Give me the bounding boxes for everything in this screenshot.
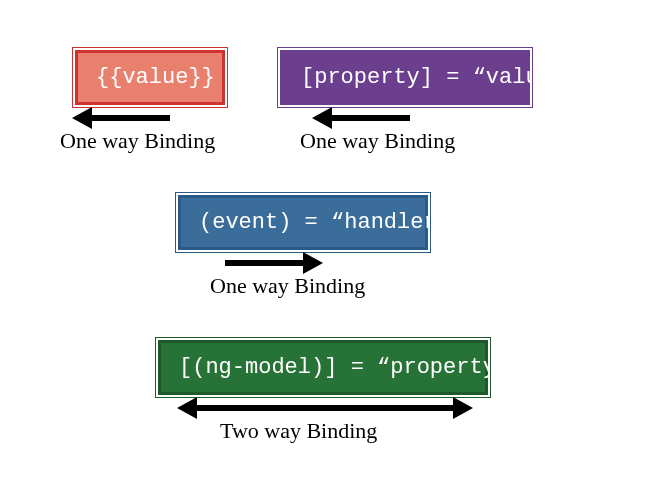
ngmodel-label: Two way Binding xyxy=(220,418,377,444)
property-binding-box: [property] = “value”; xyxy=(280,50,530,105)
arrow-right-icon xyxy=(225,260,305,266)
ngmodel-binding-box: [(ng-model)] = “property”; xyxy=(158,340,488,395)
arrow-left-icon xyxy=(90,115,170,121)
event-label: One way Binding xyxy=(210,273,365,299)
property-label: One way Binding xyxy=(300,128,455,154)
arrow-double-icon xyxy=(195,405,455,411)
interpolation-label: One way Binding xyxy=(60,128,215,154)
interpolation-box: {{value}} xyxy=(75,50,225,105)
arrow-left-icon xyxy=(330,115,410,121)
event-binding-box: (event) = “handler”; xyxy=(178,195,428,250)
